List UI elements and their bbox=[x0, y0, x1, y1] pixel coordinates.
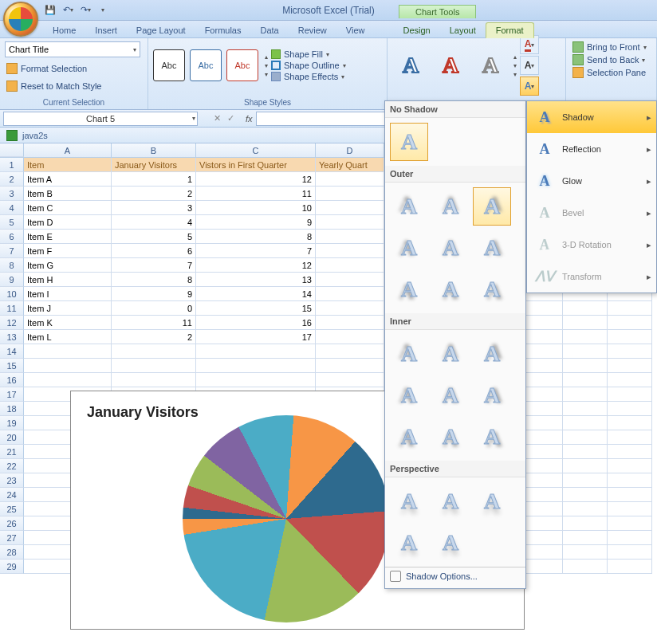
cell[interactable] bbox=[112, 344, 196, 359]
cell[interactable] bbox=[608, 545, 652, 560]
cell[interactable]: 16 bbox=[196, 316, 316, 330]
cell[interactable]: 7 bbox=[196, 244, 316, 258]
shadow-option[interactable]: A bbox=[473, 418, 511, 456]
gallery-up-icon[interactable]: ▴ bbox=[265, 53, 268, 61]
cell[interactable] bbox=[24, 373, 112, 387]
text-effect-bevel[interactable]: ABevel▸ bbox=[527, 197, 656, 229]
enter-formula-icon[interactable]: ✓ bbox=[227, 113, 234, 124]
cell[interactable] bbox=[608, 416, 652, 430]
shadow-option[interactable]: A bbox=[431, 482, 470, 520]
row-header[interactable]: 14 bbox=[0, 344, 24, 359]
shadow-option[interactable]: A bbox=[390, 524, 428, 562]
select-all-cell[interactable] bbox=[0, 143, 24, 157]
shape-style-gallery[interactable]: Abc Abc Abc ▴ ▾ ▾ bbox=[153, 49, 268, 81]
cell[interactable]: 8 bbox=[196, 230, 316, 244]
cell[interactable]: 9 bbox=[112, 287, 196, 301]
cell[interactable] bbox=[316, 172, 384, 187]
cell[interactable]: 11 bbox=[112, 316, 196, 330]
gallery-down-icon[interactable]: ▾ bbox=[265, 62, 268, 69]
column-header-D[interactable]: D bbox=[316, 143, 384, 157]
wordart-style-gallery[interactable]: A A A ▴ ▾ ▾ bbox=[392, 47, 517, 84]
row-header[interactable]: 11 bbox=[0, 301, 24, 316]
cell[interactable]: Item J bbox=[24, 301, 112, 316]
shadow-options-button[interactable]: Shadow Options... bbox=[385, 567, 525, 585]
cell[interactable] bbox=[563, 301, 608, 316]
cell[interactable] bbox=[316, 201, 384, 215]
shape-style-swatch[interactable]: Abc bbox=[153, 49, 185, 81]
cell[interactable] bbox=[608, 473, 652, 488]
cell[interactable] bbox=[563, 373, 608, 387]
row-header[interactable]: 21 bbox=[0, 445, 24, 459]
row-header[interactable]: 28 bbox=[0, 545, 24, 560]
cell[interactable]: Yearly Quart bbox=[316, 158, 384, 172]
shape-style-swatch[interactable]: Abc bbox=[226, 49, 258, 81]
format-selection-button[interactable]: Format Selection bbox=[5, 61, 143, 76]
cell[interactable] bbox=[608, 531, 652, 545]
shadow-option[interactable]: A bbox=[390, 335, 428, 373]
shadow-option[interactable]: A bbox=[431, 187, 470, 226]
cell[interactable]: 17 bbox=[196, 330, 316, 344]
cell[interactable]: 9 bbox=[196, 215, 316, 230]
cell[interactable]: Item A bbox=[24, 172, 112, 187]
cell[interactable]: 8 bbox=[112, 273, 196, 287]
row-header[interactable]: 22 bbox=[0, 459, 24, 473]
cell[interactable]: 6 bbox=[112, 244, 196, 258]
cell[interactable] bbox=[563, 416, 608, 430]
cell[interactable] bbox=[196, 359, 316, 373]
cell[interactable] bbox=[608, 344, 652, 359]
row-header[interactable]: 1 bbox=[0, 158, 24, 172]
cell[interactable]: 2 bbox=[112, 187, 196, 201]
cell[interactable] bbox=[112, 373, 196, 387]
row-header[interactable]: 23 bbox=[0, 473, 24, 488]
tab-home[interactable]: Home bbox=[43, 23, 85, 37]
cell[interactable] bbox=[316, 273, 384, 287]
cell[interactable]: Item E bbox=[24, 230, 112, 244]
tab-review[interactable]: Review bbox=[289, 23, 336, 37]
cell[interactable] bbox=[563, 387, 608, 402]
cell[interactable]: 12 bbox=[196, 172, 316, 187]
cell[interactable] bbox=[608, 502, 652, 516]
row-header[interactable]: 26 bbox=[0, 516, 24, 531]
cell[interactable]: Item C bbox=[24, 201, 112, 215]
cell[interactable] bbox=[563, 473, 608, 488]
redo-icon[interactable]: ↷▾ bbox=[78, 3, 92, 18]
office-button[interactable] bbox=[3, 2, 38, 37]
shape-outline-button[interactable]: Shape Outline▾ bbox=[271, 61, 346, 70]
cell[interactable] bbox=[608, 316, 652, 330]
text-effect-3d-rotation[interactable]: A3-D Rotation▸ bbox=[527, 229, 656, 261]
shadow-option[interactable]: A bbox=[390, 229, 428, 267]
shadow-option[interactable]: A bbox=[431, 270, 470, 308]
cell[interactable] bbox=[316, 244, 384, 258]
qat-customize-icon[interactable]: ▾ bbox=[96, 3, 110, 18]
row-header[interactable]: 17 bbox=[0, 387, 24, 402]
name-box[interactable]: Chart 5▾ bbox=[3, 112, 198, 126]
row-header[interactable]: 8 bbox=[0, 258, 24, 273]
tab-data[interactable]: Data bbox=[250, 23, 288, 37]
cell[interactable] bbox=[608, 488, 652, 502]
row-header[interactable]: 27 bbox=[0, 531, 24, 545]
cell[interactable]: 11 bbox=[196, 187, 316, 201]
shadow-option[interactable]: A bbox=[473, 270, 511, 308]
text-outline-button[interactable]: A▾ bbox=[520, 56, 539, 75]
cell[interactable]: 1 bbox=[112, 172, 196, 187]
cell[interactable] bbox=[196, 373, 316, 387]
shadow-option[interactable]: A bbox=[390, 376, 428, 414]
shadow-option[interactable]: A bbox=[473, 187, 511, 226]
cell[interactable] bbox=[563, 531, 608, 545]
cancel-formula-icon[interactable]: ✕ bbox=[214, 113, 221, 124]
cell[interactable] bbox=[24, 359, 112, 373]
row-header[interactable]: 5 bbox=[0, 215, 24, 230]
cell[interactable] bbox=[563, 560, 608, 574]
cell[interactable]: 14 bbox=[196, 287, 316, 301]
chart-element-combo[interactable]: Chart Title▾ bbox=[5, 41, 140, 57]
cell[interactable]: 5 bbox=[112, 230, 196, 244]
shadow-option[interactable]: A bbox=[473, 229, 511, 267]
cell[interactable] bbox=[316, 301, 384, 316]
row-header[interactable]: 9 bbox=[0, 273, 24, 287]
cell[interactable] bbox=[608, 387, 652, 402]
text-effect-reflection[interactable]: AReflection▸ bbox=[527, 133, 656, 165]
cell[interactable] bbox=[563, 545, 608, 560]
row-header[interactable]: 7 bbox=[0, 244, 24, 258]
gallery-more-icon[interactable]: ▾ bbox=[265, 71, 268, 78]
row-header[interactable]: 6 bbox=[0, 230, 24, 244]
